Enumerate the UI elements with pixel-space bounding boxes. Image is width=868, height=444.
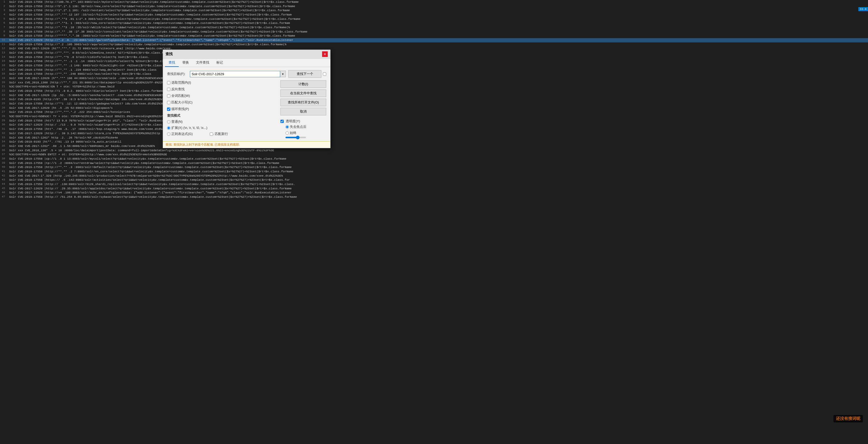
lines-area[interactable]: 1Solr CVE-2019-17558 |http://180.76.1**.… — [0, 0, 868, 438]
find-match-newline-check[interactable] — [210, 132, 213, 136]
find-loop-check[interactable] — [167, 107, 170, 111]
find-reverse-label: 反向查找 — [167, 87, 208, 92]
line-content: Solr CVE-2017-12629 |http:// .29.35:8983… — [8, 187, 868, 191]
line-number: 11 — [0, 42, 8, 47]
find-match-newline-label: . 匹配新行 — [213, 132, 228, 136]
transparency-check[interactable] — [280, 120, 284, 123]
tab-file-find[interactable]: 文件查找 — [192, 59, 213, 67]
line-number: 14 — [0, 55, 8, 60]
table-row: 24Solr CVE-2019-0193 |http://6* .39 :8:3… — [0, 97, 868, 102]
table-row: 16Solr CVE-2019-17558 |http://**.** .1 1… — [0, 64, 868, 68]
table-row: 23Solr XXE CVE-2017-12629 |lp .52. :5:89… — [0, 93, 868, 98]
transparency-radio-focus[interactable] — [285, 125, 289, 129]
transparency-row: 透明度(Y) — [280, 119, 326, 124]
line-number: 10 — [0, 38, 8, 42]
find-wholeword-label: 全词匹配(W) — [167, 94, 208, 98]
line-content: Solr CVE-2019-17558 |http:// /51.254 8.6… — [8, 195, 868, 199]
find-count-button[interactable]: 计数(I) — [280, 80, 326, 88]
transparency-handle — [296, 136, 300, 139]
line-number: 34 — [0, 140, 8, 144]
line-content: Solr XXE CVE-2017-1*.329 |http .143.245:… — [8, 174, 868, 178]
line-content: Solr CVE-2019-17558 |http://*.**3. 1 :98… — [8, 21, 868, 25]
line-number: 23 — [0, 93, 8, 98]
line-number: 43 — [0, 178, 8, 182]
line-number: 5 — [0, 17, 8, 21]
table-row: 1Solr CVE-2019-17558 |http://180.76.1**.… — [0, 0, 868, 4]
line-content: Solr XXE CVE-2017-1262* http .2. .26 70/… — [8, 136, 868, 140]
transparency-section: 透明度(Y) 失去焦点后 — [280, 119, 326, 138]
find-radio-normal[interactable] — [167, 120, 170, 124]
table-row: 45Solr CVE-2017-12629 |http:// .29.35:89… — [0, 187, 868, 191]
find-dialog-close-button[interactable]: ✕ — [322, 51, 328, 57]
transparency-label: 透明度(Y) — [286, 119, 300, 124]
table-row: 8Solr CVE-2019-17558 |http://*.** .38 :2… — [0, 30, 868, 34]
line-content: Solr CVE-2019-17558 |tp://1 .2 :8084/cur… — [8, 161, 868, 165]
transparency-radio-always[interactable] — [285, 131, 289, 135]
table-row: 38Solr CVE-2019-17558 |cp://1 .0 1 13:89… — [0, 157, 868, 161]
line-number: 25 — [0, 102, 8, 106]
line-number: 40 — [0, 165, 8, 169]
find-radio-extended-row: 扩展(X) (\n, \r, \t, \0, \x...) — [167, 126, 275, 130]
find-reverse-check[interactable] — [167, 88, 170, 91]
find-wholeword-check[interactable] — [167, 94, 170, 98]
line-number: 28 — [0, 114, 8, 119]
find-columns: 选取范围内(I) 反向查找 全词匹配(W) — [167, 80, 326, 138]
find-radio-extended[interactable] — [167, 126, 170, 130]
find-dropdown-button[interactable]: ▼ — [280, 71, 286, 77]
line-number: 16 — [0, 64, 8, 68]
line-content: Solr CVE-2017-12629 |http:/ . 39 3.142:8… — [8, 131, 868, 136]
line-number: 1 — [0, 0, 8, 4]
line-content: Solr CVE-2019-0193 |ht**. //61 .13 14 00… — [8, 140, 868, 144]
line-content: Solr CVE-2019-17558 |http://*.** .38 :2*… — [8, 30, 868, 34]
tab-find[interactable]: 查找 — [165, 59, 179, 67]
line-number: 47 — [0, 195, 8, 199]
find-col-left: 选取范围内(I) 反向查找 全词匹配(W) — [167, 80, 275, 138]
transparency-slider[interactable] — [285, 137, 306, 138]
table-row: 40Solr CVE-2019-17558 |http://**.** .3 :… — [0, 165, 868, 169]
table-row: 31Solr CVE-2019-17558 |htt*. /46 .3. .17… — [0, 127, 868, 131]
line-content: Solr CVE-2019-17558 |http://*****.*.*.38… — [8, 34, 868, 38]
line-number: 21 — [0, 85, 8, 89]
line-content: %3C!DOCTYPE+root+%5B%3C!EN T + ote: YSTE… — [8, 85, 868, 89]
table-row: 7Solr CVE-2019-17558 |http://*.**3 .10 :… — [0, 25, 868, 30]
transparency-radio-always-label: 始终 — [285, 131, 326, 135]
find-loop-row: 循环查找(P) — [167, 107, 275, 111]
line-content: %3C!DOCTYPE+root+%5B% ENTIT + ot: SYSTEM… — [8, 153, 868, 157]
table-row: 34Solr CVE-2019-0193 |ht**. //61 .13 14 … — [0, 140, 868, 144]
table-row: 26Solr XXE CVE-2017-12629 |ht .5 .25 52:… — [0, 106, 868, 110]
line-content: Solr CVE-2019-0193 |http://6* .39 :8:3 0… — [8, 97, 868, 102]
find-radio-regex-row: 正则表达式(G) . 匹配新行 — [167, 132, 275, 136]
find-current-file-button[interactable]: 在当前文件中查找 — [280, 90, 326, 97]
transparency-radio-focus-row: 失去焦点后 — [285, 125, 326, 129]
table-row: 32Solr CVE-2017-12629 |http:/ . 39 3.142… — [0, 131, 868, 136]
find-radio-regex[interactable] — [167, 132, 170, 136]
find-matchcase-check[interactable] — [167, 101, 170, 104]
find-dialog-tabs: 查找 替换 文件查找 标记 — [163, 59, 330, 67]
find-target-input[interactable] — [190, 71, 280, 77]
find-range-check[interactable] — [167, 81, 170, 84]
table-row: 2Solr CVE-2019-17558 |http://5*.1*.1 138… — [0, 4, 868, 9]
line-content: Solr xxx CVE_2018_130* .5 + 10 :8080/loc… — [8, 149, 868, 153]
find-all-open-button[interactable]: 查找所有打开文件(O) — [280, 99, 326, 106]
line-number: 4 — [0, 13, 8, 17]
find-next-button[interactable]: 查找下一个 — [288, 70, 321, 78]
line-content: %3C!DOCTYPE+root+%5B%3C! TY + ote: YSTEM… — [8, 114, 868, 119]
table-row: 47Solr CVE-2019-17558 |http:// /51.254 8… — [0, 195, 868, 199]
line-content: Solr CVE-2019-17558 |cp://1 .0 1 13:8983… — [8, 157, 868, 161]
find-status-bar: 查找: 查找到从上到下的首个匹配项. 已查找至文档底部. — [163, 141, 330, 148]
editor-container: 33.8 1Solr CVE-2019-17558 |http://180.76… — [0, 0, 868, 444]
line-table: 1Solr CVE-2019-17558 |http://180.76.1**.… — [0, 0, 868, 199]
table-row: 39Solr CVE-2019-17558 |tp://1 .2 :8084/c… — [0, 161, 868, 165]
line-content: Solr CVE-2019-17558 |http://**.** .2 7:8… — [8, 169, 868, 174]
tab-replace[interactable]: 替换 — [179, 59, 192, 67]
line-number: 2 — [0, 4, 8, 9]
table-row: 44Solr CVE-2019-17558 |http:// .130:8983… — [0, 182, 868, 187]
line-number: 42 — [0, 174, 8, 178]
line-number: 32 — [0, 131, 8, 136]
tab-mark[interactable]: 标记 — [213, 59, 226, 67]
line-number: 22 — [0, 89, 8, 93]
line-content: Solr CVE-2019-17558 |http://**.***.*.2 .… — [8, 110, 868, 114]
line-number: 30 — [0, 123, 8, 127]
find-cancel-button[interactable]: 取消 — [280, 108, 326, 116]
find-range-checkbox[interactable] — [323, 72, 326, 76]
